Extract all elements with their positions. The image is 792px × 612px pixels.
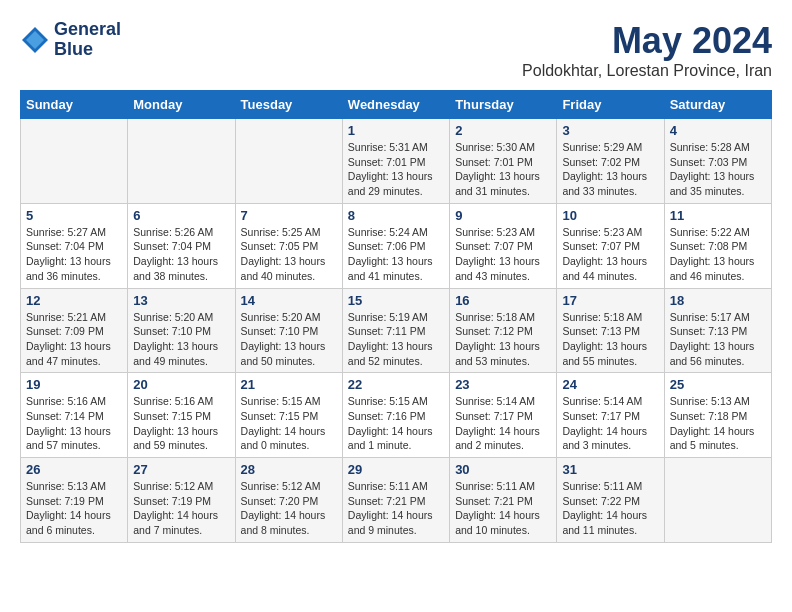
day-info: Sunrise: 5:21 AM Sunset: 7:09 PM Dayligh… xyxy=(26,310,122,369)
day-number: 15 xyxy=(348,293,444,308)
day-info: Sunrise: 5:31 AM Sunset: 7:01 PM Dayligh… xyxy=(348,140,444,199)
page-header: General Blue May 2024 Poldokhtar, Lorest… xyxy=(20,20,772,80)
day-info: Sunrise: 5:19 AM Sunset: 7:11 PM Dayligh… xyxy=(348,310,444,369)
calendar-week-row: 19Sunrise: 5:16 AM Sunset: 7:14 PM Dayli… xyxy=(21,373,772,458)
day-number: 28 xyxy=(241,462,337,477)
day-info: Sunrise: 5:23 AM Sunset: 7:07 PM Dayligh… xyxy=(562,225,658,284)
calendar-cell: 23Sunrise: 5:14 AM Sunset: 7:17 PM Dayli… xyxy=(450,373,557,458)
calendar-cell xyxy=(664,458,771,543)
day-number: 2 xyxy=(455,123,551,138)
day-number: 20 xyxy=(133,377,229,392)
calendar-cell: 9Sunrise: 5:23 AM Sunset: 7:07 PM Daylig… xyxy=(450,203,557,288)
day-info: Sunrise: 5:16 AM Sunset: 7:14 PM Dayligh… xyxy=(26,394,122,453)
month-year: May 2024 xyxy=(522,20,772,62)
day-info: Sunrise: 5:20 AM Sunset: 7:10 PM Dayligh… xyxy=(241,310,337,369)
logo-text: General Blue xyxy=(54,20,121,60)
calendar-cell: 30Sunrise: 5:11 AM Sunset: 7:21 PM Dayli… xyxy=(450,458,557,543)
day-number: 24 xyxy=(562,377,658,392)
calendar-cell: 10Sunrise: 5:23 AM Sunset: 7:07 PM Dayli… xyxy=(557,203,664,288)
calendar-cell: 15Sunrise: 5:19 AM Sunset: 7:11 PM Dayli… xyxy=(342,288,449,373)
day-number: 23 xyxy=(455,377,551,392)
calendar-cell: 26Sunrise: 5:13 AM Sunset: 7:19 PM Dayli… xyxy=(21,458,128,543)
day-info: Sunrise: 5:15 AM Sunset: 7:15 PM Dayligh… xyxy=(241,394,337,453)
calendar-cell: 16Sunrise: 5:18 AM Sunset: 7:12 PM Dayli… xyxy=(450,288,557,373)
day-number: 18 xyxy=(670,293,766,308)
calendar-cell: 25Sunrise: 5:13 AM Sunset: 7:18 PM Dayli… xyxy=(664,373,771,458)
day-header-sunday: Sunday xyxy=(21,91,128,119)
calendar-week-row: 5Sunrise: 5:27 AM Sunset: 7:04 PM Daylig… xyxy=(21,203,772,288)
day-number: 6 xyxy=(133,208,229,223)
day-number: 22 xyxy=(348,377,444,392)
day-info: Sunrise: 5:25 AM Sunset: 7:05 PM Dayligh… xyxy=(241,225,337,284)
day-info: Sunrise: 5:28 AM Sunset: 7:03 PM Dayligh… xyxy=(670,140,766,199)
calendar-cell: 2Sunrise: 5:30 AM Sunset: 7:01 PM Daylig… xyxy=(450,119,557,204)
day-number: 11 xyxy=(670,208,766,223)
calendar-cell xyxy=(21,119,128,204)
day-number: 31 xyxy=(562,462,658,477)
day-info: Sunrise: 5:13 AM Sunset: 7:19 PM Dayligh… xyxy=(26,479,122,538)
day-number: 19 xyxy=(26,377,122,392)
day-info: Sunrise: 5:11 AM Sunset: 7:21 PM Dayligh… xyxy=(455,479,551,538)
calendar-body: 1Sunrise: 5:31 AM Sunset: 7:01 PM Daylig… xyxy=(21,119,772,543)
day-info: Sunrise: 5:14 AM Sunset: 7:17 PM Dayligh… xyxy=(455,394,551,453)
calendar-cell: 4Sunrise: 5:28 AM Sunset: 7:03 PM Daylig… xyxy=(664,119,771,204)
calendar-cell: 7Sunrise: 5:25 AM Sunset: 7:05 PM Daylig… xyxy=(235,203,342,288)
day-info: Sunrise: 5:16 AM Sunset: 7:15 PM Dayligh… xyxy=(133,394,229,453)
calendar-cell: 13Sunrise: 5:20 AM Sunset: 7:10 PM Dayli… xyxy=(128,288,235,373)
day-header-monday: Monday xyxy=(128,91,235,119)
day-header-wednesday: Wednesday xyxy=(342,91,449,119)
calendar-week-row: 1Sunrise: 5:31 AM Sunset: 7:01 PM Daylig… xyxy=(21,119,772,204)
location: Poldokhtar, Lorestan Province, Iran xyxy=(522,62,772,80)
day-info: Sunrise: 5:18 AM Sunset: 7:13 PM Dayligh… xyxy=(562,310,658,369)
day-number: 26 xyxy=(26,462,122,477)
calendar-cell: 29Sunrise: 5:11 AM Sunset: 7:21 PM Dayli… xyxy=(342,458,449,543)
day-number: 30 xyxy=(455,462,551,477)
day-number: 1 xyxy=(348,123,444,138)
calendar-cell: 14Sunrise: 5:20 AM Sunset: 7:10 PM Dayli… xyxy=(235,288,342,373)
calendar-table: SundayMondayTuesdayWednesdayThursdayFrid… xyxy=(20,90,772,543)
day-info: Sunrise: 5:26 AM Sunset: 7:04 PM Dayligh… xyxy=(133,225,229,284)
day-header-saturday: Saturday xyxy=(664,91,771,119)
day-info: Sunrise: 5:17 AM Sunset: 7:13 PM Dayligh… xyxy=(670,310,766,369)
calendar-cell: 21Sunrise: 5:15 AM Sunset: 7:15 PM Dayli… xyxy=(235,373,342,458)
day-number: 16 xyxy=(455,293,551,308)
day-header-thursday: Thursday xyxy=(450,91,557,119)
day-number: 3 xyxy=(562,123,658,138)
logo-icon xyxy=(20,25,50,55)
day-info: Sunrise: 5:13 AM Sunset: 7:18 PM Dayligh… xyxy=(670,394,766,453)
calendar-cell: 3Sunrise: 5:29 AM Sunset: 7:02 PM Daylig… xyxy=(557,119,664,204)
calendar-cell: 6Sunrise: 5:26 AM Sunset: 7:04 PM Daylig… xyxy=(128,203,235,288)
day-info: Sunrise: 5:11 AM Sunset: 7:21 PM Dayligh… xyxy=(348,479,444,538)
day-number: 5 xyxy=(26,208,122,223)
calendar-cell: 12Sunrise: 5:21 AM Sunset: 7:09 PM Dayli… xyxy=(21,288,128,373)
day-info: Sunrise: 5:11 AM Sunset: 7:22 PM Dayligh… xyxy=(562,479,658,538)
day-info: Sunrise: 5:22 AM Sunset: 7:08 PM Dayligh… xyxy=(670,225,766,284)
calendar-cell: 11Sunrise: 5:22 AM Sunset: 7:08 PM Dayli… xyxy=(664,203,771,288)
calendar-week-row: 12Sunrise: 5:21 AM Sunset: 7:09 PM Dayli… xyxy=(21,288,772,373)
day-info: Sunrise: 5:12 AM Sunset: 7:20 PM Dayligh… xyxy=(241,479,337,538)
day-number: 14 xyxy=(241,293,337,308)
day-number: 13 xyxy=(133,293,229,308)
logo: General Blue xyxy=(20,20,121,60)
day-info: Sunrise: 5:23 AM Sunset: 7:07 PM Dayligh… xyxy=(455,225,551,284)
day-number: 10 xyxy=(562,208,658,223)
day-info: Sunrise: 5:29 AM Sunset: 7:02 PM Dayligh… xyxy=(562,140,658,199)
calendar-cell: 18Sunrise: 5:17 AM Sunset: 7:13 PM Dayli… xyxy=(664,288,771,373)
day-number: 25 xyxy=(670,377,766,392)
day-number: 21 xyxy=(241,377,337,392)
day-info: Sunrise: 5:12 AM Sunset: 7:19 PM Dayligh… xyxy=(133,479,229,538)
day-info: Sunrise: 5:27 AM Sunset: 7:04 PM Dayligh… xyxy=(26,225,122,284)
day-number: 7 xyxy=(241,208,337,223)
calendar-cell: 27Sunrise: 5:12 AM Sunset: 7:19 PM Dayli… xyxy=(128,458,235,543)
day-header-friday: Friday xyxy=(557,91,664,119)
day-number: 12 xyxy=(26,293,122,308)
day-info: Sunrise: 5:15 AM Sunset: 7:16 PM Dayligh… xyxy=(348,394,444,453)
day-info: Sunrise: 5:18 AM Sunset: 7:12 PM Dayligh… xyxy=(455,310,551,369)
day-number: 29 xyxy=(348,462,444,477)
day-info: Sunrise: 5:14 AM Sunset: 7:17 PM Dayligh… xyxy=(562,394,658,453)
title-block: May 2024 Poldokhtar, Lorestan Province, … xyxy=(522,20,772,80)
calendar-cell: 28Sunrise: 5:12 AM Sunset: 7:20 PM Dayli… xyxy=(235,458,342,543)
calendar-cell xyxy=(128,119,235,204)
calendar-cell: 31Sunrise: 5:11 AM Sunset: 7:22 PM Dayli… xyxy=(557,458,664,543)
calendar-header-row: SundayMondayTuesdayWednesdayThursdayFrid… xyxy=(21,91,772,119)
